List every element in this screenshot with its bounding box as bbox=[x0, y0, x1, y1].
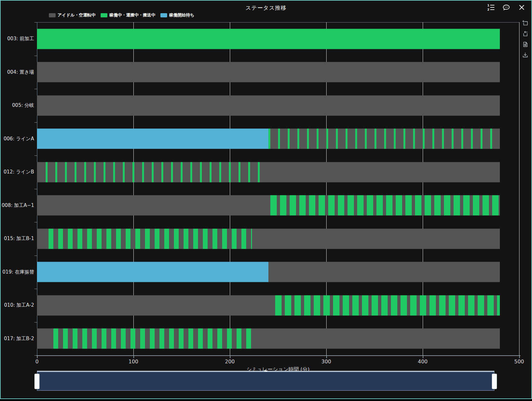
restore-icon[interactable] bbox=[522, 31, 528, 37]
timeline-bar bbox=[37, 329, 519, 349]
y-axis-label: 003: 前加工 bbox=[1, 22, 34, 56]
legend: アイドル・空運転中稼働中・運搬中・搬送中稼働開始待ち bbox=[49, 12, 194, 18]
y-axis-tick bbox=[34, 289, 37, 289]
status-segment bbox=[252, 228, 500, 249]
y-axis-tick bbox=[34, 189, 37, 189]
timeline-row bbox=[37, 289, 519, 322]
y-axis-tick bbox=[34, 122, 37, 123]
legend-label-active: 稼働中・運搬中・搬送中 bbox=[109, 12, 155, 18]
y-axis-label: 008: 加工A−1 bbox=[1, 189, 34, 222]
legend-item-idle[interactable]: アイドル・空運転中 bbox=[49, 12, 95, 18]
legend-item-waiting[interactable]: 稼働開始待ち bbox=[160, 12, 194, 18]
rows bbox=[37, 22, 519, 355]
timeline-row bbox=[37, 56, 519, 89]
y-axis-tick bbox=[34, 322, 37, 322]
timeline-row bbox=[37, 22, 519, 56]
x-axis-tick bbox=[423, 356, 423, 358]
y-axis-tick bbox=[34, 22, 37, 23]
y-axis-labels: 003: 前加工004: 置き場005: 分岐006: ラインA012: ライン… bbox=[1, 22, 34, 355]
plot-area bbox=[37, 22, 519, 355]
status-segment bbox=[37, 95, 500, 116]
save-image-icon[interactable] bbox=[522, 52, 528, 58]
datazoom-right-handle[interactable] bbox=[492, 374, 497, 389]
status-segment bbox=[37, 195, 270, 216]
x-axis-tick-label: 100 bbox=[129, 359, 139, 365]
ordered-list-icon[interactable]: 1 2 bbox=[487, 4, 495, 11]
y-axis-label: 010: 加工A-2 bbox=[1, 289, 34, 322]
y-axis-label: 006: ラインA bbox=[1, 122, 34, 156]
y-axis-tick bbox=[34, 222, 37, 222]
legend-swatch-waiting bbox=[160, 13, 167, 17]
x-axis-tick-label: 200 bbox=[225, 359, 235, 365]
svg-text:2: 2 bbox=[487, 8, 489, 11]
status-segment bbox=[37, 262, 268, 282]
legend-item-active[interactable]: 稼働中・運搬中・搬送中 bbox=[101, 12, 155, 18]
datazoom-left-handle[interactable] bbox=[34, 374, 40, 389]
screen: ステータス推移 1 2 bbox=[0, 0, 532, 401]
y-axis-label: 012: ラインB bbox=[1, 155, 34, 189]
timeline-row bbox=[37, 222, 519, 256]
status-segment bbox=[37, 228, 49, 249]
datazoom-selected-range[interactable] bbox=[37, 372, 494, 391]
comment-icon[interactable] bbox=[502, 4, 510, 11]
y-axis-ticks bbox=[34, 22, 37, 355]
timeline-bar bbox=[37, 262, 519, 282]
timeline-bar bbox=[37, 228, 519, 249]
x-axis-line bbox=[36, 355, 520, 356]
x-axis-tick bbox=[326, 356, 327, 358]
legend-swatch-active bbox=[101, 13, 107, 17]
status-segment bbox=[37, 162, 46, 182]
status-segment bbox=[270, 195, 500, 216]
y-axis-label: 015: 加工B-1 bbox=[1, 222, 34, 256]
timeline-bar bbox=[37, 95, 519, 116]
gridline-500 bbox=[519, 22, 519, 355]
timeline-bar bbox=[37, 162, 519, 182]
status-segment bbox=[46, 162, 261, 182]
status-segment bbox=[256, 329, 500, 349]
x-axis-tick-label: 400 bbox=[418, 359, 428, 365]
x-axis-tick-label: 300 bbox=[321, 359, 331, 365]
timeline-bar bbox=[37, 195, 519, 216]
legend-label-idle: アイドル・空運転中 bbox=[58, 12, 95, 18]
legend-label-waiting: 稼働開始待ち bbox=[169, 12, 194, 18]
y-axis-label: 005: 分岐 bbox=[1, 89, 34, 122]
y-axis-tick bbox=[34, 155, 37, 156]
x-axis-tick bbox=[230, 356, 230, 358]
titlebar-icons: 1 2 bbox=[487, 4, 526, 11]
status-segment bbox=[37, 295, 275, 315]
status-segment bbox=[268, 129, 500, 149]
timeline-bar bbox=[37, 129, 519, 149]
x-axis-tick-label: 0 bbox=[35, 359, 39, 365]
status-segment bbox=[275, 295, 500, 315]
close-icon[interactable] bbox=[518, 4, 526, 11]
status-segment bbox=[268, 262, 500, 282]
timeline-row bbox=[37, 189, 519, 222]
status-segment bbox=[49, 228, 252, 249]
x-axis-tick bbox=[133, 356, 134, 358]
timeline-row bbox=[37, 122, 519, 156]
zoom-select-icon[interactable] bbox=[522, 20, 528, 26]
timeline-row bbox=[37, 89, 519, 122]
status-segment bbox=[37, 62, 500, 82]
timeline-bar bbox=[37, 295, 519, 315]
y-axis-tick bbox=[34, 256, 37, 256]
timeline-row bbox=[37, 322, 519, 356]
y-axis-label: 004: 置き場 bbox=[1, 56, 34, 89]
x-axis-tick bbox=[519, 356, 520, 358]
legend-swatch-idle bbox=[49, 13, 56, 17]
y-axis-tick bbox=[34, 89, 37, 89]
status-transition-window: ステータス推移 1 2 bbox=[0, 0, 532, 399]
status-segment bbox=[37, 329, 53, 349]
status-segment bbox=[37, 129, 268, 149]
data-view-icon[interactable] bbox=[522, 41, 528, 48]
timeline-bar bbox=[37, 29, 519, 49]
timeline-row bbox=[37, 155, 519, 189]
page-title: ステータス推移 bbox=[1, 4, 531, 12]
status-segment bbox=[261, 162, 500, 182]
x-axis-tick-label: 500 bbox=[514, 359, 524, 365]
y-axis-label: 019: 在庫振替 bbox=[1, 256, 34, 289]
x-axis-tick bbox=[37, 356, 38, 358]
datazoom-slider[interactable] bbox=[37, 371, 494, 391]
timeline-row bbox=[37, 256, 519, 289]
svg-text:1: 1 bbox=[487, 4, 489, 7]
